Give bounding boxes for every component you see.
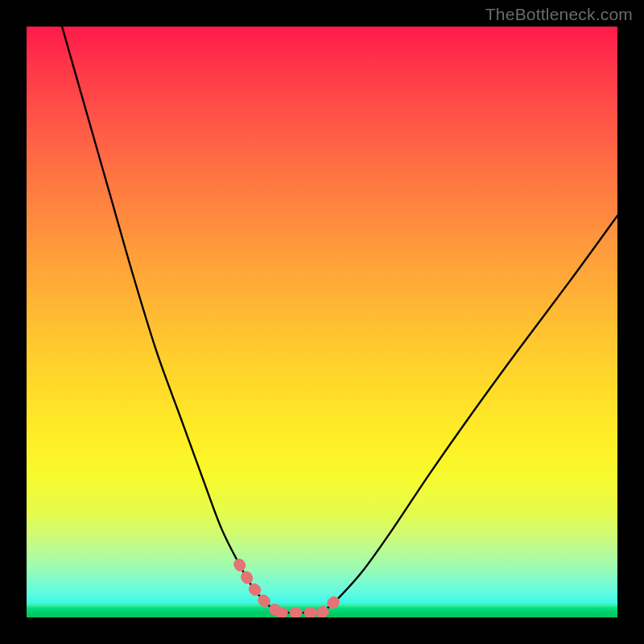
watermark-text: TheBottleneck.com — [485, 5, 633, 24]
highlight-segment-0 — [239, 564, 280, 613]
series-left-curve — [62, 27, 281, 613]
highlight-segment-2 — [322, 597, 340, 613]
curves-svg — [27, 27, 617, 617]
plot-area — [27, 27, 617, 617]
chart-frame: TheBottleneck.com — [0, 0, 644, 644]
series-right-curve — [322, 216, 617, 613]
highlight-layer — [239, 564, 340, 613]
curve-layer — [62, 27, 617, 613]
